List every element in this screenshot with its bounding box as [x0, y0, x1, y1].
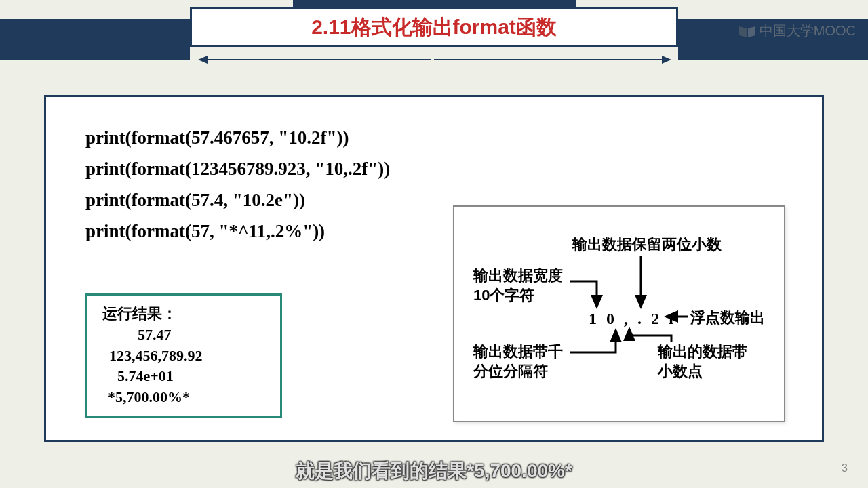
arrow-line-left	[203, 59, 431, 60]
title-box: 2.11格式化输出format函数	[190, 7, 678, 47]
watermark: 中国大学MOOC	[738, 22, 856, 40]
result-line: 5.74e+01	[102, 366, 265, 387]
video-subtitle: 就是我们看到的结果*5,700.00%*	[0, 458, 868, 484]
code-line: print(format(57.467657, "10.2f"))	[85, 123, 783, 154]
book-icon	[738, 24, 757, 38]
watermark-text: 中国大学MOOC	[760, 22, 856, 40]
diagram-label-decimal: 输出的数据带 小数点	[658, 342, 747, 381]
result-line: 57.47	[102, 325, 265, 346]
content-box: print(format(57.467657, "10.2f")) print(…	[44, 95, 824, 442]
format-spec: 1 0 , . 2 f	[589, 310, 677, 328]
arrow-line-right	[434, 59, 663, 60]
slide-title: 2.11格式化输出format函数	[311, 14, 557, 41]
result-heading: 运行结果：	[102, 304, 265, 325]
diagram-label-thousand: 输出数据带千 分位分隔符	[473, 342, 563, 381]
diagram-label-float: 浮点数输出	[690, 308, 765, 328]
format-diagram: 1 0 , . 2 f 输出数据保留两位小数 输出数据宽度 10个字符 浮点数输…	[453, 205, 785, 422]
title-accent	[293, 0, 576, 7]
result-box: 运行结果： 57.47 123,456,789.92 5.74e+01 *5,7…	[85, 293, 282, 418]
diagram-label-width: 输出数据宽度 10个字符	[473, 266, 563, 305]
diagram-label-top: 输出数据保留两位小数	[572, 235, 722, 255]
result-line: *5,700.00%*	[102, 387, 265, 408]
header-bar-left	[0, 19, 190, 60]
result-line: 123,456,789.92	[102, 346, 265, 367]
code-line: print(format(123456789.923, "10,.2f"))	[85, 154, 783, 185]
arrow-head-right-icon	[662, 56, 671, 64]
page-number: 3	[842, 462, 848, 474]
arrow-head-left-icon	[198, 56, 208, 64]
